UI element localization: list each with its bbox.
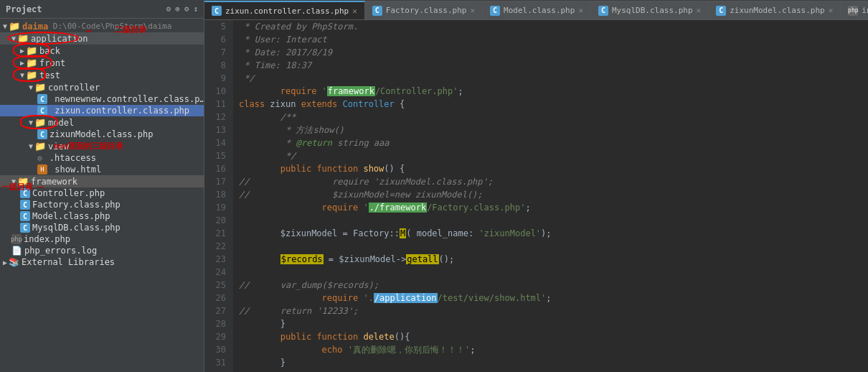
tree-label: php_errors.log <box>24 246 97 256</box>
sidebar-icon-sort[interactable]: ↕ <box>193 4 198 14</box>
tab-close-btn[interactable]: ✕ <box>578 6 583 15</box>
ln-21: 21 <box>204 227 229 240</box>
c-php-icon: C <box>20 211 30 221</box>
ln-23: 23 <box>204 253 229 266</box>
tree-item-index[interactable]: php index.php <box>0 233 204 245</box>
tree-item-controller[interactable]: ▼ 📁 controller <box>0 81 204 93</box>
tree-item-back[interactable]: ▶ 📁 back <box>0 45 204 57</box>
tab-factory[interactable]: C Factory.class.php ✕ <box>365 1 483 19</box>
tree-item-model-php[interactable]: C Model.class.php <box>0 210 204 222</box>
tab-icon-php: php <box>848 6 858 16</box>
code-line-14: * @return string aaa <box>239 136 862 149</box>
code-line-7: * Date: 2017/8/19 <box>239 46 862 59</box>
code-content[interactable]: * Created by PhpStorm. * User: Interact … <box>233 20 868 372</box>
log-icon: 📄 <box>11 246 22 256</box>
code-line-32 <box>239 369 862 372</box>
tree-label: framework <box>31 177 77 187</box>
tree-path: D:\00-Code\PhpStorm\daima <box>48 22 171 31</box>
code-line-5: * Created by PhpStorm. <box>239 20 862 33</box>
expand-arrow: ▼ <box>11 34 16 42</box>
ln-29: 29 <box>204 330 229 343</box>
tree-item-htaccess[interactable]: ⚙ .htaccess <box>0 152 204 164</box>
tree-label: newnewnew.controller.class.p… <box>49 94 204 104</box>
tree-item-view[interactable]: ▼ 📁 view test里面的三级目录 <box>0 140 204 152</box>
tab-model[interactable]: C Model.class.php ✕ <box>483 1 591 19</box>
code-line-27: // return '12233'; <box>239 304 862 317</box>
code-line-26: require './application/test/view/show.ht… <box>239 292 862 304</box>
tree-item-test[interactable]: ▼ 📁 test <box>0 69 204 81</box>
htaccess-icon: ⚙ <box>37 154 42 163</box>
tree-item-front[interactable]: ▶ 📁 front <box>0 57 204 69</box>
ln-7: 7 <box>204 46 229 59</box>
expand-arrow: ▼ <box>11 177 16 185</box>
tab-icon-c: C <box>716 6 726 16</box>
tree-item-newnewnew[interactable]: C newnewnew.controller.class.p… <box>0 93 204 105</box>
ln-25: 25 <box>204 279 229 292</box>
tree-item-zixun-controller[interactable]: C zixun.controller.class.php <box>0 105 204 116</box>
sidebar-icon-add[interactable]: ⊕ <box>175 4 180 14</box>
tree-item-factory[interactable]: C Factory.class.php <box>0 199 204 210</box>
tab-label: zixunModel.class.php <box>730 6 824 15</box>
c-php-icon: C <box>37 106 47 116</box>
c-php-icon: C <box>20 188 30 198</box>
expand-arrow: ▼ <box>29 142 33 150</box>
project-sidebar: Project ⚙ ⊕ ⚙ ↕ ▼ 📁 daima D:\00-Code\Php… <box>0 0 204 372</box>
code-line-22 <box>239 240 862 253</box>
code-line-31: } <box>239 356 862 369</box>
tree-item-external-libraries[interactable]: ▶ 📚 External Libraries <box>0 256 204 268</box>
tree-item-framework[interactable]: ▼ 📁 framework <box>0 175 204 187</box>
tree-item-log[interactable]: 📄 php_errors.log <box>0 245 204 256</box>
tree-item-mysqldb[interactable]: C MysqlDB.class.php <box>0 222 204 233</box>
tab-close-btn[interactable]: ✕ <box>352 6 357 16</box>
annotation-sanjimulu: test里面的三级目录 <box>54 141 123 152</box>
tree-label: test <box>39 70 60 80</box>
c-php-icon: C <box>37 94 47 104</box>
tree-item-show-html-test[interactable]: H show.html <box>0 164 204 175</box>
folder-icon: 📁 <box>9 21 20 32</box>
annotation-arrow-erjimulu: ← <box>86 24 92 36</box>
folder-icon: 📁 <box>34 117 46 128</box>
ln-15: 15 <box>204 149 229 162</box>
folder-icon: 📁 <box>26 45 37 56</box>
folder-icon: 📁 <box>34 82 46 93</box>
expand-arrow: ▶ <box>3 259 7 266</box>
line-numbers: 5 6 7 8 9 10 11 12 13 14 15 16 17 18 19 … <box>204 20 233 372</box>
tab-close-btn[interactable]: ✕ <box>470 6 475 15</box>
code-line-6: * User: Interact <box>239 33 862 46</box>
expand-arrow: ▼ <box>20 71 24 79</box>
annotation-label-erjimulu: 二级目录 <box>115 24 146 35</box>
ln-18: 18 <box>204 188 229 201</box>
ln-11: 11 <box>204 98 229 111</box>
sidebar-icons: ⚙ ⊕ ⚙ ↕ <box>166 4 199 14</box>
tree-label: show.html <box>49 164 101 175</box>
ln-6: 6 <box>204 33 229 46</box>
code-line-9: */ <box>239 72 862 85</box>
tree-item-zixunmodel[interactable]: C zixunModel.class.php <box>0 129 204 140</box>
sidebar-icon-gear[interactable]: ⚙ <box>184 4 189 14</box>
tab-index[interactable]: php index.php ✕ <box>841 1 868 19</box>
c-php-icon: C <box>20 200 30 210</box>
tree-item-model[interactable]: ▼ 📁 model <box>0 116 204 129</box>
sidebar-icon-settings[interactable]: ⚙ <box>166 4 171 14</box>
tree-label: index.php <box>24 234 70 244</box>
tree-item-controller-php[interactable]: C Controller.php <box>0 187 204 199</box>
tab-close-btn[interactable]: ✕ <box>697 6 702 15</box>
ln-28: 28 <box>204 317 229 330</box>
code-line-21: $zixunModel = Factory::M( model_name: 'z… <box>239 227 862 240</box>
tree-item-application[interactable]: ▼ 📁 application <box>0 32 204 45</box>
tab-zixun-controller[interactable]: C zixun.controller.class.php ✕ <box>204 1 365 19</box>
tab-zixunmodel[interactable]: C zixunModel.class.php ✕ <box>709 1 841 19</box>
ln-26: 26 <box>204 292 229 304</box>
tab-close-btn[interactable]: ✕ <box>829 6 834 15</box>
tab-label: zixun.controller.class.php <box>225 6 349 16</box>
code-line-19: require './framework/Factory.class.php'; <box>239 201 862 214</box>
code-line-15: */ <box>239 149 862 162</box>
tab-icon-c: C <box>212 6 222 16</box>
code-line-23: $records = $zixunModel->getall(); <box>239 253 862 266</box>
tree-item-daima[interactable]: ▼ 📁 daima D:\00-Code\PhpStorm\daima <box>0 20 204 32</box>
ln-17: 17 <box>204 175 229 188</box>
expand-arrow: ▶ <box>20 47 24 55</box>
code-line-18: // $zixunModel=new zixunModel(); <box>239 188 862 201</box>
file-tree: ▼ 📁 daima D:\00-Code\PhpStorm\daima ▼ 📁 … <box>0 19 204 372</box>
tab-mysqldb[interactable]: C MysqlDB.class.php ✕ <box>591 1 709 19</box>
